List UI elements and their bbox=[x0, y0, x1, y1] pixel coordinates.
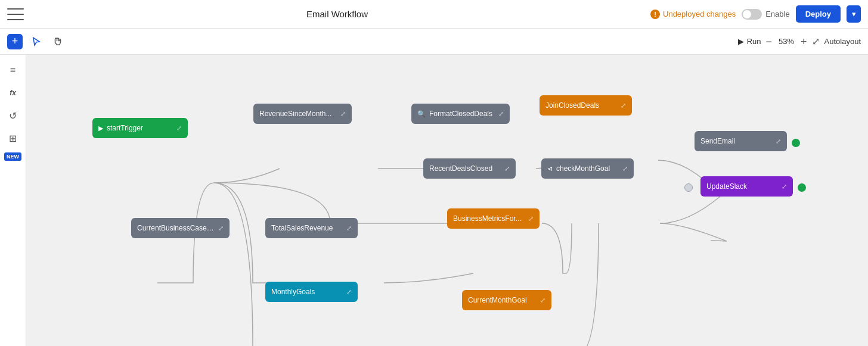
node-JoinClosedDeals[interactable]: JoinClosedDeals⤢ bbox=[540, 95, 632, 116]
dot-update-slack-right bbox=[798, 183, 806, 192]
node-label-UpdateSlack: UpdateSlack bbox=[706, 182, 778, 191]
pointer-tool-button[interactable] bbox=[29, 34, 44, 49]
dot-send-email bbox=[792, 139, 800, 147]
enable-toggle[interactable] bbox=[742, 9, 762, 20]
node-CurrentMonthGoal[interactable]: CurrentMonthGoal⤢ bbox=[462, 290, 551, 310]
new-badge: NEW bbox=[4, 152, 21, 161]
node-label-CurrentBusinessCaseP: CurrentBusinessCaseP... bbox=[137, 224, 215, 232]
node-label-TotalSalesRevenue: TotalSalesRevenue bbox=[271, 224, 343, 232]
hand-tool-button[interactable] bbox=[50, 34, 66, 49]
enable-toggle-wrap: Enable bbox=[742, 9, 789, 20]
node-label-BusinessMetricsFor: BusinessMetricsFor... bbox=[453, 214, 525, 223]
node-expand-icon-UpdateSlack[interactable]: ⤢ bbox=[782, 183, 787, 191]
left-tool-group: + bbox=[7, 34, 66, 49]
enable-label: Enable bbox=[765, 10, 789, 18]
page-title: Email Workflow bbox=[24, 9, 650, 19]
zoom-in-button[interactable]: + bbox=[801, 36, 807, 47]
top-right-controls: ! Undeployed changes Enable Deploy ▾ bbox=[650, 5, 861, 23]
node-label-CurrentMonthGoal: CurrentMonthGoal bbox=[468, 296, 537, 304]
node-startTrigger[interactable]: ▶startTrigger⤢ bbox=[92, 118, 188, 138]
node-icon-startTrigger: ▶ bbox=[98, 124, 103, 132]
node-RecentDealsClosed[interactable]: RecentDealsClosed⤢ bbox=[423, 158, 516, 179]
sidebar-history-icon[interactable]: ↺ bbox=[4, 106, 23, 125]
run-play-icon: ▶ bbox=[738, 37, 744, 46]
node-label-startTrigger: startTrigger bbox=[107, 124, 173, 132]
run-label: Run bbox=[747, 37, 761, 46]
node-label-RevenueSinceMonth: RevenueSinceMonth... bbox=[259, 110, 337, 118]
node-expand-icon-CurrentMonthGoal[interactable]: ⤢ bbox=[540, 297, 545, 304]
node-SendEmail[interactable]: SendEmail⤢ bbox=[695, 131, 787, 151]
sidebar-list-icon[interactable]: ≡ bbox=[4, 61, 23, 80]
add-node-button[interactable]: + bbox=[7, 34, 23, 49]
right-tool-group: ▶ Run − 53% + ⤢ Autolayout bbox=[738, 36, 861, 47]
autolayout-button[interactable]: Autolayout bbox=[824, 37, 861, 46]
node-expand-icon-checkMonthGoal[interactable]: ⤢ bbox=[622, 165, 628, 173]
node-label-RecentDealsClosed: RecentDealsClosed bbox=[429, 164, 501, 173]
undeployed-label: Undeployed changes bbox=[663, 10, 736, 18]
node-MonthlyGoals[interactable]: MonthlyGoals⤢ bbox=[265, 282, 358, 302]
node-label-MonthlyGoals: MonthlyGoals bbox=[271, 288, 343, 296]
node-expand-icon-BusinessMetricsFor[interactable]: ⤢ bbox=[528, 215, 534, 223]
node-label-JoinClosedDeals: JoinClosedDeals bbox=[545, 101, 617, 110]
node-FormatClosedDeals[interactable]: 🔍FormatClosedDeals⤢ bbox=[411, 104, 510, 124]
node-expand-icon-RevenueSinceMonth[interactable]: ⤢ bbox=[340, 110, 346, 118]
node-RevenueSinceMonth[interactable]: RevenueSinceMonth...⤢ bbox=[253, 104, 352, 124]
node-icon-FormatClosedDeals: 🔍 bbox=[417, 110, 426, 118]
run-button[interactable]: ▶ Run bbox=[738, 37, 761, 46]
node-checkMonthGoal[interactable]: ⊲checkMonthGoal⤢ bbox=[541, 158, 634, 179]
top-bar: Email Workflow ! Undeployed changes Enab… bbox=[0, 0, 868, 29]
node-expand-icon-SendEmail[interactable]: ⤢ bbox=[776, 138, 781, 145]
node-TotalSalesRevenue[interactable]: TotalSalesRevenue⤢ bbox=[265, 218, 358, 238]
node-UpdateSlack[interactable]: UpdateSlack⤢ bbox=[700, 176, 793, 197]
node-expand-icon-startTrigger[interactable]: ⤢ bbox=[176, 124, 182, 132]
node-icon-checkMonthGoal: ⊲ bbox=[547, 165, 553, 173]
fit-view-button[interactable]: ⤢ bbox=[812, 36, 820, 47]
node-expand-icon-TotalSalesRevenue[interactable]: ⤢ bbox=[346, 225, 352, 232]
node-label-checkMonthGoal: checkMonthGoal bbox=[556, 164, 619, 173]
node-label-FormatClosedDeals: FormatClosedDeals bbox=[429, 110, 495, 118]
connections-layer bbox=[26, 55, 868, 346]
node-CurrentBusinessCaseP[interactable]: CurrentBusinessCaseP...⤢ bbox=[131, 218, 230, 238]
left-sidebar: ≡ fx ↺ ⊞ NEW bbox=[0, 55, 26, 346]
node-expand-icon-MonthlyGoals[interactable]: ⤢ bbox=[346, 288, 352, 296]
workflow-canvas[interactable]: ▶startTrigger⤢RevenueSinceMonth...⤢🔍Form… bbox=[26, 55, 868, 346]
zoom-out-button[interactable]: − bbox=[766, 36, 773, 47]
zoom-controls: − 53% + bbox=[766, 36, 807, 47]
node-expand-icon-CurrentBusinessCaseP[interactable]: ⤢ bbox=[218, 225, 224, 232]
node-expand-icon-FormatClosedDeals[interactable]: ⤢ bbox=[498, 110, 504, 118]
secondary-toolbar: + ▶ Run − 53% + ⤢ Autolayout bbox=[0, 29, 868, 55]
node-expand-icon-JoinClosedDeals[interactable]: ⤢ bbox=[621, 102, 626, 110]
deploy-button[interactable]: Deploy bbox=[796, 5, 841, 23]
zoom-level: 53% bbox=[776, 37, 797, 46]
deploy-chevron-button[interactable]: ▾ bbox=[847, 5, 861, 23]
dot-update-slack-left bbox=[684, 183, 693, 192]
undeployed-badge: ! Undeployed changes bbox=[650, 10, 736, 19]
node-BusinessMetricsFor[interactable]: BusinessMetricsFor...⤢ bbox=[447, 208, 540, 229]
sidebar-fx-icon[interactable]: fx bbox=[4, 83, 23, 102]
sidebar-grid-icon[interactable]: ⊞ bbox=[4, 129, 23, 148]
node-expand-icon-RecentDealsClosed[interactable]: ⤢ bbox=[504, 165, 510, 173]
node-label-SendEmail: SendEmail bbox=[700, 137, 772, 145]
menu-icon[interactable] bbox=[7, 8, 24, 20]
warning-icon: ! bbox=[650, 10, 660, 19]
